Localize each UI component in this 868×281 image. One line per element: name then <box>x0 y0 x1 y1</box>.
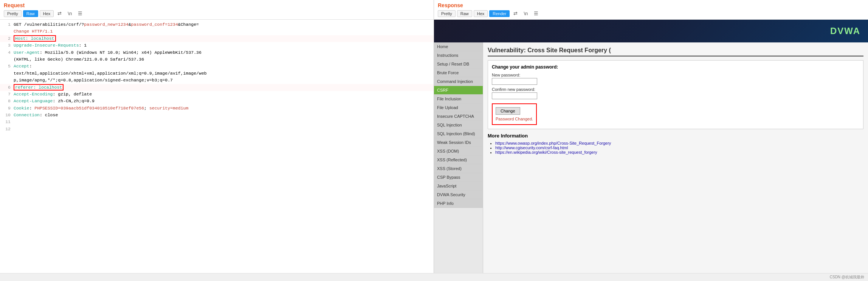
sidebar-item-csp-bypass[interactable]: CSP Bypass <box>434 173 483 182</box>
code-line: 4 User-Agent: Mozilla/5.0 (Windows NT 10… <box>0 49 434 56</box>
resp-hex-btn[interactable]: Hex <box>474 10 488 17</box>
dvwa-sidebar: Home Instructions Setup / Reset DB Brute… <box>434 42 483 273</box>
confirm-password-input[interactable] <box>492 92 537 99</box>
code-line: p,image/apng,*/*;q=0.8,application/signe… <box>0 77 434 84</box>
list-item: https://en.wikipedia.org/wiki/Cross-site… <box>495 150 863 155</box>
code-line: 10 Connection: close <box>0 112 434 119</box>
hex-btn[interactable]: Hex <box>40 10 54 17</box>
newline-icon[interactable]: \n <box>65 10 74 17</box>
sidebar-item-xss-dom[interactable]: XSS (DOM) <box>434 147 483 156</box>
dvwa-content: Vulnerability: Cross Site Request Forger… <box>483 42 868 273</box>
response-header: Response Pretty Raw Hex Render ⇄ \n ☰ <box>434 0 868 20</box>
more-info-links: https://www.owasp.org/index.php/Cross-Si… <box>488 141 863 155</box>
sidebar-item-dvwa-security[interactable]: DVWA Security <box>434 190 483 199</box>
password-form-section: Change your admin password: New password… <box>488 60 863 129</box>
sidebar-item-file-inclusion[interactable]: File Inclusion <box>434 95 483 103</box>
request-body: 1 GET /vulnerabilities/csrf/?password_ne… <box>0 20 434 273</box>
more-info-link-1[interactable]: https://www.owasp.org/index.php/Cross-Si… <box>495 141 611 145</box>
sidebar-item-sql-injection-blind[interactable]: SQL Injection (Blind) <box>434 130 483 138</box>
list-item: https://www.owasp.org/index.php/Cross-Si… <box>495 141 863 145</box>
code-line: 7 Accept-Encoding: gzip, deflate <box>0 91 434 98</box>
code-line: 9 Cookie: PHPSESSID=039aacb51df034018510… <box>0 105 434 112</box>
password-changed-msg: Password Changed. <box>496 117 533 121</box>
resp-copy-icon[interactable]: ⇄ <box>511 10 520 17</box>
code-line: 2 Host: localhost <box>0 35 434 42</box>
list-item: http://www.cgisecurity.com/csrf-faq.html <box>495 145 863 150</box>
more-info-title: More Information <box>488 133 863 139</box>
code-line: 3 Upgrade-Insecure-Requests: 1 <box>0 42 434 49</box>
request-header: Request Pretty Raw Hex ⇄ \n ☰ <box>0 0 434 20</box>
raw-btn[interactable]: Raw <box>23 10 38 17</box>
code-line: 12 <box>0 126 434 133</box>
sidebar-item-setup[interactable]: Setup / Reset DB <box>434 60 483 69</box>
sidebar-item-weak-session-ids[interactable]: Weak Session IDs <box>434 138 483 147</box>
page-title: Vulnerability: Cross Site Request Forger… <box>488 47 863 56</box>
sidebar-item-command-injection[interactable]: Command Injection <box>434 77 483 86</box>
response-panel: Response Pretty Raw Hex Render ⇄ \n ☰ DV… <box>434 0 868 273</box>
sidebar-item-php-info[interactable]: PHP Info <box>434 199 483 208</box>
dvwa-header: DVWA <box>434 20 868 42</box>
sidebar-item-xss-stored[interactable]: XSS (Stored) <box>434 164 483 173</box>
change-btn[interactable]: Change <box>496 107 520 115</box>
response-body: DVWA Home Instructions Setup / Reset DB … <box>434 20 868 273</box>
footer: CSDN @杭城我最帅 <box>0 273 868 281</box>
sidebar-item-javascript[interactable]: JavaScript <box>434 182 483 190</box>
dvwa-main: Home Instructions Setup / Reset DB Brute… <box>434 42 868 273</box>
code-line: Change HTTP/1.1 <box>0 28 434 35</box>
code-line: text/html,application/xhtml+xml,applicat… <box>0 70 434 77</box>
resp-raw-btn[interactable]: Raw <box>457 10 472 17</box>
code-line: 8 Accept-Language: zh-CN,zh;q=0.9 <box>0 98 434 105</box>
sidebar-item-insecure-captcha[interactable]: Insecure CAPTCHA <box>434 112 483 121</box>
resp-menu-icon[interactable]: ☰ <box>532 10 541 17</box>
code-line: 5 Accept: <box>0 63 434 70</box>
sidebar-item-csrf[interactable]: CSRF <box>434 86 483 95</box>
sidebar-item-brute-force[interactable]: Brute Force <box>434 69 483 77</box>
success-box: Change Password Changed. <box>492 103 537 125</box>
sidebar-item-home[interactable]: Home <box>434 42 483 51</box>
sidebar-item-instructions[interactable]: Instructions <box>434 51 483 60</box>
request-title: Request <box>4 2 430 8</box>
response-toolbar: Pretty Raw Hex Render ⇄ \n ☰ <box>438 10 864 17</box>
pretty-btn[interactable]: Pretty <box>4 10 22 17</box>
resp-newline-icon[interactable]: \n <box>521 10 530 17</box>
form-heading: Change your admin password: <box>492 64 859 70</box>
more-info-link-2[interactable]: http://www.cgisecurity.com/csrf-faq.html <box>495 145 568 150</box>
code-line: 6 referer: localhost <box>0 84 434 91</box>
dvwa-container: DVWA Home Instructions Setup / Reset DB … <box>434 20 868 273</box>
more-info-section: More Information https://www.owasp.org/i… <box>488 133 863 155</box>
more-info-link-3[interactable]: https://en.wikipedia.org/wiki/Cross-site… <box>495 150 597 155</box>
sidebar-item-sql-injection[interactable]: SQL Injection <box>434 121 483 130</box>
sidebar-item-xss-reflected[interactable]: XSS (Reflected) <box>434 156 483 164</box>
copy-icon[interactable]: ⇄ <box>55 10 64 17</box>
new-password-input[interactable] <box>492 78 537 85</box>
resp-render-btn[interactable]: Render <box>489 10 510 17</box>
resp-pretty-btn[interactable]: Pretty <box>438 10 456 17</box>
code-line: 11 <box>0 119 434 125</box>
code-line: 1 GET /vulnerabilities/csrf/?password_ne… <box>0 21 434 28</box>
dvwa-logo: DVWA <box>830 26 860 36</box>
response-title: Response <box>438 2 864 8</box>
new-password-label: New password: <box>492 73 859 77</box>
sidebar-item-file-upload[interactable]: File Upload <box>434 103 483 112</box>
request-toolbar: Pretty Raw Hex ⇄ \n ☰ <box>4 10 430 17</box>
footer-text: CSDN @杭城我最帅 <box>830 275 864 279</box>
menu-icon[interactable]: ☰ <box>76 10 85 17</box>
code-line: (KHTML, like Gecko) Chrome/121.0.0.0 Saf… <box>0 56 434 63</box>
request-panel: Request Pretty Raw Hex ⇄ \n ☰ 1 GET /vul… <box>0 0 434 273</box>
confirm-password-label: Confirm new password: <box>492 87 859 92</box>
